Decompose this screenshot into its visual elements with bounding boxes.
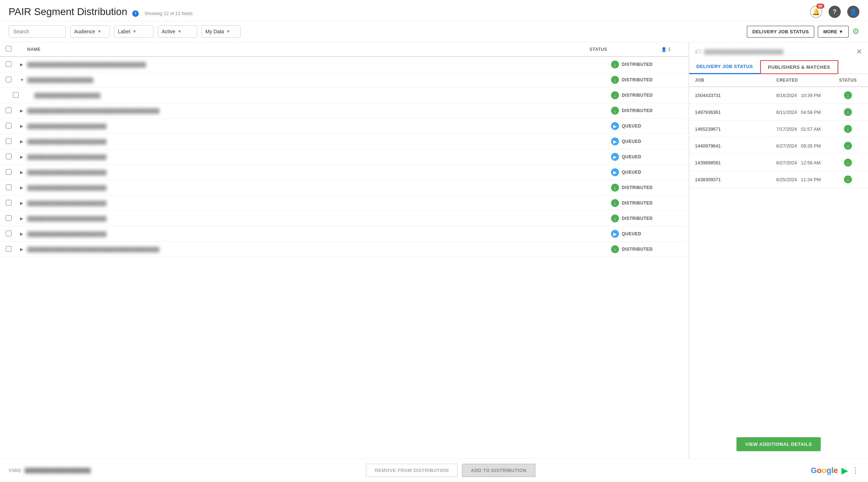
- panel-job-row[interactable]: 1440979641 6/27/2024 09:26 PM ↓: [689, 138, 868, 154]
- expand-icon[interactable]: ▶: [20, 232, 27, 236]
- row-status: ↓ DISTRIBUTED: [611, 91, 683, 99]
- table-sub-row[interactable]: ████████████████████ ↓ DISTRIBUTED: [0, 88, 688, 103]
- row-checkbox: [6, 184, 20, 191]
- expand-icon[interactable]: ▶: [20, 185, 27, 190]
- table-row[interactable]: ▶ ████████████████████████ ▶ QUEUED: [0, 119, 688, 134]
- audience-dropdown[interactable]: Audience ▼: [70, 25, 110, 38]
- row-checkbox: [6, 61, 20, 68]
- expand-icon[interactable]: ▶: [20, 247, 27, 252]
- delivery-job-status-button[interactable]: DELIVERY JOB STATUS: [747, 26, 814, 38]
- status-label: DISTRIBUTED: [622, 201, 653, 206]
- tab-publishers-matches[interactable]: PUBLISHERS & MATCHES: [760, 60, 838, 74]
- job-status: ↓: [834, 175, 862, 183]
- row-name: ████████████████████████████████████████: [27, 108, 611, 114]
- panel-job-row[interactable]: 1438309371 6/25/2024 11:34 PM ↓: [689, 171, 868, 188]
- status-distributed-icon: ↓: [611, 76, 619, 84]
- row-status: ▶ QUEUED: [611, 138, 683, 145]
- status-distributed-icon: ↓: [611, 61, 619, 68]
- row-checkbox: [6, 77, 20, 83]
- table-row[interactable]: ▶ ████████████████████████████████████ ↓…: [0, 57, 688, 72]
- expand-icon[interactable]: ▼: [20, 78, 27, 82]
- row-checkbox: [6, 231, 20, 237]
- job-status: ↓: [834, 125, 862, 133]
- status-queued-icon: ▶: [611, 138, 619, 145]
- table-row[interactable]: ▶ ████████████████████████ ▶ QUEUED: [0, 149, 688, 165]
- gear-icon[interactable]: ⚙: [852, 27, 859, 36]
- select-all-checkbox[interactable]: [6, 46, 11, 52]
- created-col-header: CREATED: [776, 78, 834, 83]
- label-dropdown[interactable]: Label ▼: [114, 25, 153, 38]
- add-to-distribution-button[interactable]: ADD TO DISTRIBUTION: [462, 464, 535, 477]
- job-created: 6/25/2024 11:34 PM: [776, 177, 834, 182]
- version-label: V360): [9, 468, 21, 473]
- active-label: Active: [162, 29, 175, 34]
- audience-label: Audience: [74, 29, 95, 34]
- status-label: DISTRIBUTED: [622, 108, 653, 113]
- table-row[interactable]: ▶ ████████████████████████ ↓ DISTRIBUTED: [0, 196, 688, 211]
- table-row[interactable]: ▶ ████████████████████████ ▶ QUEUED: [0, 226, 688, 242]
- table-row[interactable]: ▶ ████████████████████████ ↓ DISTRIBUTED: [0, 211, 688, 226]
- more-vert-icon[interactable]: ⋮: [852, 466, 859, 475]
- label-chevron-icon: ▼: [132, 29, 137, 34]
- table-row[interactable]: ▼ ████████████████████ ↓ DISTRIBUTED: [0, 72, 688, 88]
- job-id: 1440979641: [695, 143, 776, 149]
- table-row[interactable]: ▶ ████████████████████████ ↓ DISTRIBUTED: [0, 180, 688, 196]
- status-distributed-icon: ↓: [611, 199, 619, 207]
- expand-icon[interactable]: ▶: [20, 155, 27, 159]
- status-label: QUEUED: [622, 154, 641, 159]
- expand-icon[interactable]: ▶: [20, 201, 27, 206]
- panel-tabs: DELIVERY JOB STATUS PUBLISHERS & MATCHES: [689, 60, 868, 74]
- row-checkbox: [6, 215, 20, 222]
- row-name: ████████████████████████: [27, 124, 611, 129]
- panel-title: ████████████████████████: [704, 49, 783, 54]
- expand-icon[interactable]: ▶: [20, 216, 27, 221]
- row-checkbox: [6, 246, 20, 253]
- mydata-dropdown[interactable]: My Data ▼: [201, 25, 241, 38]
- top-header: PAIR Segment Distribution ? Showing 12 o…: [0, 0, 868, 21]
- panel-job-row[interactable]: 1439898581 6/27/2024 12:56 AM ↓: [689, 154, 868, 171]
- panel-job-row[interactable]: 1497936361 8/11/2024 04:58 PM ↓: [689, 104, 868, 121]
- view-additional-details-button[interactable]: VIEW ADDITIONAL DETAILS: [736, 437, 820, 451]
- showing-text: Showing 12 of 12 fields: [144, 11, 192, 16]
- active-dropdown[interactable]: Active ▼: [158, 25, 197, 38]
- user-avatar[interactable]: 👤: [847, 6, 859, 18]
- help-icon[interactable]: ?: [829, 6, 841, 18]
- tag-icon: 🏷: [695, 48, 701, 56]
- tab-delivery-job-status[interactable]: DELIVERY JOB STATUS: [689, 60, 760, 74]
- row-name: ████████████████████████: [27, 139, 611, 144]
- remove-from-distribution-button[interactable]: REMOVE FROM DISTRIBUTION: [366, 464, 458, 477]
- panel-job-row[interactable]: 1465239671 7/17/2024 01:57 AM ↓: [689, 121, 868, 138]
- table-row[interactable]: ▶ ████████████████████████ ▶ QUEUED: [0, 134, 688, 149]
- panel-close-button[interactable]: ✕: [856, 47, 862, 56]
- status-label: DISTRIBUTED: [622, 247, 653, 252]
- row-name: ████████████████████████: [27, 170, 611, 175]
- expand-icon[interactable]: ▶: [20, 109, 27, 113]
- expand-icon[interactable]: ▶: [20, 62, 27, 67]
- table-row[interactable]: ▶ ██████████████████████████████████████…: [0, 242, 688, 257]
- status-queued-icon: ▶: [611, 153, 619, 161]
- header-icons: 🔔 88 ? 👤: [810, 6, 859, 18]
- row-status: ↓ DISTRIBUTED: [611, 215, 683, 222]
- row-status: ↓ DISTRIBUTED: [611, 61, 683, 68]
- bottom-blurred-text: ████████████████████: [25, 468, 91, 473]
- table-row[interactable]: ▶ ████████████████████████ ▶ QUEUED: [0, 165, 688, 180]
- job-col-header: JOB: [695, 78, 776, 83]
- info-icon[interactable]: ℹ: [668, 47, 671, 52]
- help-badge[interactable]: ?: [132, 10, 139, 17]
- row-checkbox: [6, 154, 20, 160]
- panel-header: 🏷 ████████████████████████ ✕: [689, 42, 868, 56]
- expand-icon[interactable]: ▶: [20, 139, 27, 144]
- status-label: DISTRIBUTED: [622, 77, 653, 82]
- status-label: QUEUED: [622, 170, 641, 175]
- toolbar: Audience ▼ Label ▼ Active ▼ My Data ▼ DE…: [0, 21, 868, 42]
- panel-job-row[interactable]: 1504433731 8/16/2024 10:39 PM ↓: [689, 87, 868, 104]
- search-input[interactable]: [9, 25, 66, 38]
- status-distributed-icon: ↓: [844, 125, 852, 133]
- job-created: 7/17/2024 01:57 AM: [776, 126, 834, 132]
- expand-icon[interactable]: ▶: [20, 124, 27, 129]
- expand-icon[interactable]: ▶: [20, 170, 27, 175]
- more-button[interactable]: MORE ▼: [818, 26, 849, 38]
- table-row[interactable]: ▶ ██████████████████████████████████████…: [0, 103, 688, 119]
- notification-wrapper[interactable]: 🔔 88: [810, 6, 822, 18]
- job-created: 8/11/2024 04:58 PM: [776, 110, 834, 115]
